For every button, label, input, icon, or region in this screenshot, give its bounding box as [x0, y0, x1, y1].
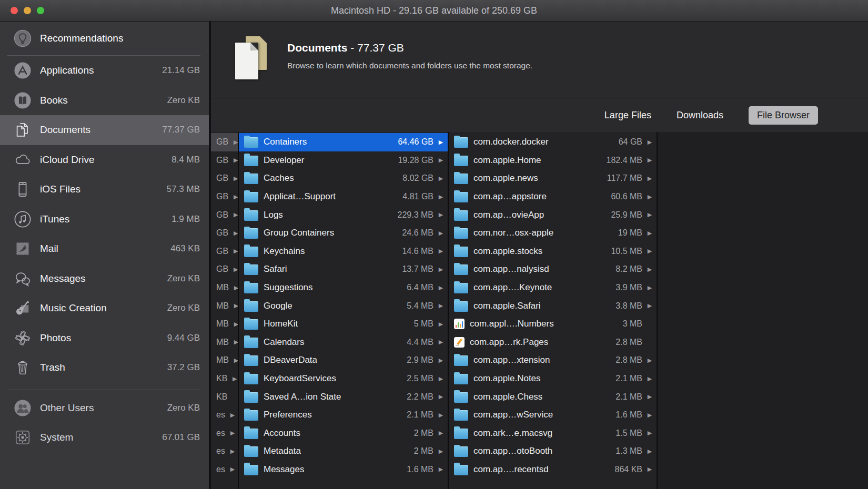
file-row-logs[interactable]: Logs229.3 MB▶	[239, 206, 448, 224]
content-pane: Documents - 77.37 GB Browse to learn whi…	[211, 22, 868, 489]
folder-icon	[454, 429, 468, 439]
minimize-button[interactable]	[24, 7, 31, 14]
file-row-com-ark-e-macsvg[interactable]: com.ark…e.macsvg1.5 MB▶	[449, 424, 657, 443]
partial-folder-row[interactable]: es▶	[211, 461, 238, 479]
file-row-calendars[interactable]: Calendars4.4 MB▶	[239, 333, 448, 352]
file-size: 64 GB	[614, 137, 642, 147]
folder-icon	[244, 174, 258, 184]
file-row-keyboardservices[interactable]: KeyboardServices2.5 MB▶	[239, 370, 448, 388]
sidebar-item-music-creation[interactable]: Music CreationZero KB	[0, 293, 209, 323]
sidebar-item-trash[interactable]: Trash37.2 GB	[0, 353, 209, 383]
sidebar-item-applications[interactable]: Applications21.14 GB	[0, 56, 209, 86]
file-row-com-appl-numbers[interactable]: com.appl….Numbers3 MB▶	[449, 315, 657, 333]
file-row-com-apple-chess[interactable]: com.apple.Chess2.1 MB▶	[449, 388, 657, 406]
partial-folder-row[interactable]: GB▶	[211, 206, 238, 224]
disclosure-arrow-icon: ▶	[437, 393, 445, 400]
file-row-com-app-keynote[interactable]: com.app….Keynote3.9 MB▶	[449, 279, 657, 297]
disclosure-arrow-icon: ▶	[233, 357, 239, 364]
sidebar-item-recommendations[interactable]: Recommendations	[0, 22, 209, 55]
partial-folder-row[interactable]: GB▶	[211, 260, 238, 279]
cloud-icon	[13, 150, 32, 169]
partial-folder-row[interactable]: GB▶	[211, 133, 238, 151]
tab-downloads[interactable]: Downloads	[677, 110, 723, 121]
file-name: Calendars	[264, 337, 305, 348]
file-row-com-docker-docker[interactable]: com.docker.docker64 GB▶	[449, 133, 657, 151]
sidebar-item-other-users[interactable]: Other UsersZero KB	[0, 393, 209, 423]
sidebar-item-mail[interactable]: Mail463 KB	[0, 234, 209, 264]
file-row-com-app-wservice[interactable]: com.app…wService1.6 MB▶	[449, 406, 657, 424]
partial-folder-row[interactable]: KB▶	[211, 388, 238, 406]
partial-folder-row[interactable]: GB▶	[211, 169, 238, 188]
file-row-saved-a-ion-state[interactable]: Saved A…ion State2.2 MB▶	[239, 388, 448, 406]
sidebar-item-messages[interactable]: MessagesZero KB	[0, 264, 209, 294]
partial-folder-row[interactable]: GB▶	[211, 224, 238, 242]
sidebar-item-size: 463 KB	[170, 243, 200, 254]
file-size: 2.1 MB	[611, 392, 642, 402]
partial-folder-row[interactable]: MB▶	[211, 315, 238, 333]
file-name: com.app….Keynote	[473, 282, 552, 293]
file-row-com-apple-safari[interactable]: com.apple.Safari3.8 MB▶	[449, 297, 657, 315]
partial-folder-row[interactable]: MB▶	[211, 333, 238, 352]
partial-folder-row[interactable]: KB▶	[211, 370, 238, 388]
file-name: Applicat…Support	[264, 191, 336, 202]
file-row-containers[interactable]: Containers64.46 GB▶	[239, 133, 448, 151]
file-name: com.apple.Safari	[473, 301, 541, 311]
zoom-button[interactable]	[37, 7, 44, 14]
partial-folder-row[interactable]: es▶	[211, 442, 238, 461]
file-row-developer[interactable]: Developer19.28 GB▶	[239, 151, 448, 170]
file-row-com-ap-ovieapp[interactable]: com.ap…ovieApp25.9 MB▶	[449, 206, 657, 224]
sidebar-item-icloud-drive[interactable]: iCloud Drive8.4 MB	[0, 145, 209, 175]
sidebar-item-documents[interactable]: Documents77.37 GB	[0, 115, 209, 145]
partial-folder-row[interactable]: MB▶	[211, 351, 238, 370]
file-row-google[interactable]: Google5.4 MB▶	[239, 297, 448, 315]
tab-file-browser[interactable]: File Browser	[749, 106, 818, 125]
file-row-metadata[interactable]: Metadata2 MB▶	[239, 442, 448, 461]
partial-folder-row[interactable]: es▶	[211, 424, 238, 443]
file-row-com-app-rk-pages[interactable]: com.app…rk.Pages2.8 MB▶	[449, 333, 657, 352]
file-row-caches[interactable]: Caches8.02 GB▶	[239, 169, 448, 188]
file-name: com.app…xtension	[473, 355, 550, 365]
file-name: Developer	[264, 155, 305, 166]
tab-large-files[interactable]: Large Files	[604, 110, 651, 121]
file-size: 19.28 GB	[393, 156, 433, 165]
sidebar-item-photos[interactable]: Photos9.44 GB	[0, 323, 209, 353]
sidebar-item-itunes[interactable]: iTunes1.9 MB	[0, 205, 209, 235]
partial-folder-row[interactable]: GB▶	[211, 242, 238, 261]
sidebar-item-system[interactable]: System67.01 GB	[0, 423, 209, 453]
file-row-com-ap-recentsd[interactable]: com.ap….recentsd864 KB▶	[449, 461, 657, 479]
file-size: 3.8 MB	[611, 301, 642, 311]
book-icon	[13, 90, 32, 110]
file-row-com-ap-appstore[interactable]: com.ap…appstore60.6 MB▶	[449, 188, 657, 206]
partial-folder-row[interactable]: MB▶	[211, 297, 238, 315]
file-row-com-nor-osx-apple[interactable]: com.nor…osx-apple19 MB▶	[449, 224, 657, 242]
file-row-applicat-support[interactable]: Applicat…Support4.81 GB▶	[239, 188, 448, 206]
partial-folder-row[interactable]: GB▶	[211, 188, 238, 206]
file-row-com-apple-stocks[interactable]: com.apple.stocks10.5 MB▶	[449, 242, 657, 261]
file-size: es	[212, 446, 225, 456]
file-name: Containers	[264, 137, 307, 147]
file-name: com.app…rk.Pages	[470, 337, 548, 348]
file-row-com-apple-news[interactable]: com.apple.news117.7 MB▶	[449, 169, 657, 188]
disclosure-arrow-icon: ▶	[437, 157, 445, 164]
file-row-keychains[interactable]: Keychains14.6 MB▶	[239, 242, 448, 261]
appstore-icon	[13, 61, 32, 80]
file-row-group-containers[interactable]: Group Containers24.6 MB▶	[239, 224, 448, 242]
file-row-homekit[interactable]: HomeKit5 MB▶	[239, 315, 448, 333]
file-row-com-app-otobooth[interactable]: com.app…otoBooth1.3 MB▶	[449, 442, 657, 461]
file-row-preferences[interactable]: Preferences2.1 MB▶	[239, 406, 448, 424]
close-button[interactable]	[11, 7, 18, 14]
file-row-com-apple-notes[interactable]: com.apple.Notes2.1 MB▶	[449, 370, 657, 388]
file-row-accounts[interactable]: Accounts2 MB▶	[239, 424, 448, 443]
sidebar-item-books[interactable]: BooksZero KB	[0, 86, 209, 116]
file-row-com-app-xtension[interactable]: com.app…xtension2.8 MB▶	[449, 351, 657, 370]
partial-folder-row[interactable]: es▶	[211, 406, 238, 424]
file-row-dbeaverdata[interactable]: DBeaverData2.9 MB▶	[239, 351, 448, 370]
file-row-com-app-nalysisd[interactable]: com.app…nalysisd8.2 MB▶	[449, 260, 657, 279]
partial-folder-row[interactable]: GB▶	[211, 151, 238, 170]
file-row-suggestions[interactable]: Suggestions6.4 MB▶	[239, 279, 448, 297]
file-row-com-apple-home[interactable]: com.apple.Home182.4 MB▶	[449, 151, 657, 170]
partial-folder-row[interactable]: MB▶	[211, 279, 238, 297]
file-row-safari[interactable]: Safari13.7 MB▶	[239, 260, 448, 279]
sidebar-item-ios-files[interactable]: iOS Files57.3 MB	[0, 175, 209, 205]
file-row-messages[interactable]: Messages1.6 MB▶	[239, 461, 448, 479]
